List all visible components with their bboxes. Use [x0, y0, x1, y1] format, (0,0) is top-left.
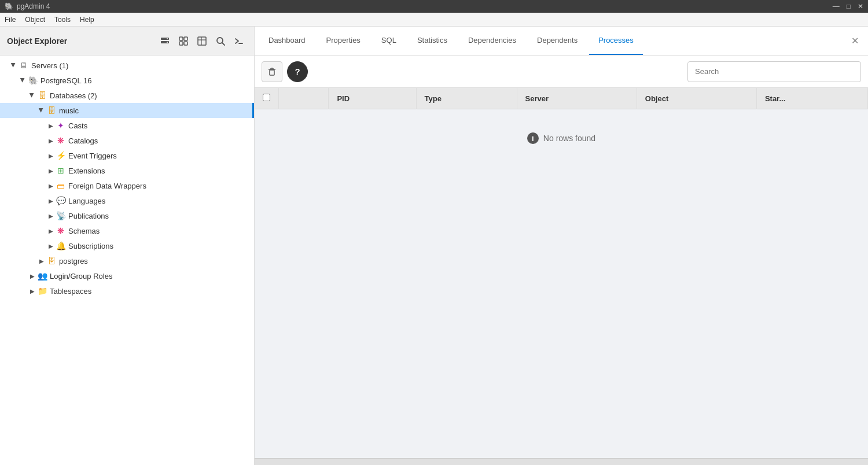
- fdw-icon: 🗃: [56, 180, 66, 191]
- table-icon: [197, 36, 207, 46]
- catalogs-arrow: ▶: [46, 136, 56, 145]
- tree-item-login-roles[interactable]: ▶ 👥 Login/Group Roles: [0, 268, 254, 283]
- header-server[interactable]: Server: [517, 88, 637, 109]
- tree-item-subscriptions[interactable]: ▶ 🔔 Subscriptions: [0, 238, 254, 253]
- menu-tools[interactable]: Tools: [54, 16, 71, 24]
- tree-item-fdw[interactable]: ▶ 🗃 Foreign Data Wrappers: [0, 178, 254, 193]
- tree-item-publications[interactable]: ▶ 📡 Publications: [0, 208, 254, 223]
- svg-rect-7: [184, 42, 187, 45]
- servers-arrow: ▶: [9, 61, 19, 70]
- login-roles-label: Login/Group Roles: [50, 272, 112, 281]
- tree-item-music[interactable]: ▶ 🗄 music: [0, 103, 254, 118]
- menu-file[interactable]: File: [5, 16, 16, 24]
- header-object[interactable]: Object: [637, 88, 756, 109]
- search-icon: [215, 36, 226, 46]
- servers-icon: 🖥: [19, 60, 29, 71]
- title-bar: 🐘 pgAdmin 4 — □ ✕: [0, 0, 868, 13]
- languages-label: Languages: [68, 197, 105, 205]
- tab-dashboard[interactable]: Dashboard: [259, 27, 315, 55]
- tablespaces-icon: 📁: [37, 286, 47, 296]
- no-rows-text: No rows found: [543, 134, 595, 143]
- tablespaces-arrow: ▶: [28, 286, 37, 296]
- catalogs-icon: ❋: [56, 135, 66, 146]
- tree-item-schemas[interactable]: ▶ ❋ Schemas: [0, 223, 254, 238]
- title-bar-left: 🐘 pgAdmin 4: [5, 2, 50, 10]
- tab-dependencies[interactable]: Dependencies: [459, 27, 525, 55]
- terminal-icon-btn[interactable]: [231, 33, 247, 49]
- select-all-checkbox[interactable]: [263, 94, 270, 101]
- search-icon-btn[interactable]: [212, 33, 229, 49]
- svg-rect-5: [184, 37, 187, 40]
- tree-item-postgres[interactable]: ▶ 🗄 postgres: [0, 253, 254, 268]
- publications-arrow: ▶: [46, 211, 56, 220]
- postgres-icon: 🗄: [46, 256, 57, 266]
- tree-item-event-triggers[interactable]: ▶ ⚡ Event Triggers: [0, 148, 254, 163]
- table-icon-btn[interactable]: [194, 33, 210, 49]
- tree-item-postgresql[interactable]: ▶ 🐘 PostgreSQL 16: [0, 73, 254, 88]
- title-bar-controls: — □ ✕: [833, 2, 863, 10]
- fdw-arrow: ▶: [46, 181, 56, 190]
- processes-table-container[interactable]: PID Type Server Object Star... i No rows…: [255, 88, 868, 458]
- info-icon: i: [527, 132, 539, 144]
- menu-bar: File Object Tools Help: [0, 13, 868, 27]
- extensions-label: Extensions: [68, 167, 105, 175]
- postgresql-arrow: ▶: [19, 76, 28, 85]
- svg-point-2: [167, 38, 168, 39]
- extensions-icon: ⊞: [56, 165, 66, 176]
- delete-button[interactable]: [262, 61, 282, 82]
- tablespaces-label: Tablespaces: [50, 287, 91, 296]
- tab-properties[interactable]: Properties: [317, 27, 370, 55]
- databases-arrow: ▶: [28, 91, 37, 100]
- music-arrow: ▶: [37, 106, 46, 115]
- casts-label: Casts: [68, 121, 87, 130]
- svg-point-3: [167, 42, 168, 43]
- tree-item-servers[interactable]: ▶ 🖥 Servers (1): [0, 58, 254, 73]
- panel-close-button[interactable]: ✕: [847, 33, 863, 49]
- search-input[interactable]: [687, 61, 861, 82]
- main-layout: Object Explorer: [0, 27, 868, 465]
- tab-bar: Dashboard Properties SQL Statistics Depe…: [255, 27, 868, 56]
- publications-icon: 📡: [56, 211, 66, 221]
- tab-sql[interactable]: SQL: [372, 27, 406, 55]
- tab-dependents[interactable]: Dependents: [528, 27, 587, 55]
- login-roles-icon: 👥: [37, 271, 47, 281]
- menu-help[interactable]: Help: [80, 16, 94, 24]
- menu-object[interactable]: Object: [25, 16, 45, 24]
- schemas-icon: ❋: [56, 226, 66, 236]
- tree-item-languages[interactable]: ▶ 💬 Languages: [0, 193, 254, 208]
- minimize-button[interactable]: —: [833, 2, 840, 10]
- help-button[interactable]: ?: [287, 61, 308, 82]
- subscriptions-icon: 🔔: [56, 241, 66, 251]
- tab-statistics[interactable]: Statistics: [408, 27, 457, 55]
- tree-item-tablespaces[interactable]: ▶ 📁 Tablespaces: [0, 283, 254, 298]
- header-checkbox[interactable]: [255, 88, 279, 109]
- horizontal-scrollbar[interactable]: [255, 458, 868, 465]
- server-icon-btn[interactable]: [157, 33, 173, 49]
- postgres-label: postgres: [59, 257, 88, 265]
- svg-rect-6: [179, 42, 183, 45]
- postgres-arrow: ▶: [37, 256, 46, 265]
- server-icon: [160, 36, 170, 46]
- music-label: music: [59, 106, 79, 115]
- tree-item-databases[interactable]: ▶ 🗄 Databases (2): [0, 88, 254, 103]
- tab-processes[interactable]: Processes: [589, 27, 643, 55]
- postgresql-label: PostgreSQL 16: [41, 76, 91, 85]
- tree-item-extensions[interactable]: ▶ ⊞ Extensions: [0, 163, 254, 178]
- close-window-button[interactable]: ✕: [858, 2, 863, 10]
- no-rows-message: i No rows found: [255, 109, 868, 167]
- tree-item-casts[interactable]: ▶ ✦ Casts: [0, 118, 254, 133]
- music-icon: 🗄: [46, 105, 57, 116]
- tree-item-catalogs[interactable]: ▶ ❋ Catalogs: [0, 133, 254, 148]
- header-start[interactable]: Star...: [756, 88, 867, 109]
- header-type[interactable]: Type: [416, 88, 517, 109]
- maximize-button[interactable]: □: [847, 2, 851, 10]
- header-pid[interactable]: PID: [329, 88, 416, 109]
- postgresql-icon: 🐘: [28, 75, 38, 86]
- grid-icon-btn[interactable]: [175, 33, 192, 49]
- databases-label: Databases (2): [50, 91, 97, 100]
- subscriptions-label: Subscriptions: [68, 242, 113, 250]
- servers-label: Servers (1): [31, 61, 68, 70]
- oe-toolbar: [157, 33, 247, 49]
- schemas-label: Schemas: [68, 227, 100, 235]
- publications-label: Publications: [68, 212, 109, 220]
